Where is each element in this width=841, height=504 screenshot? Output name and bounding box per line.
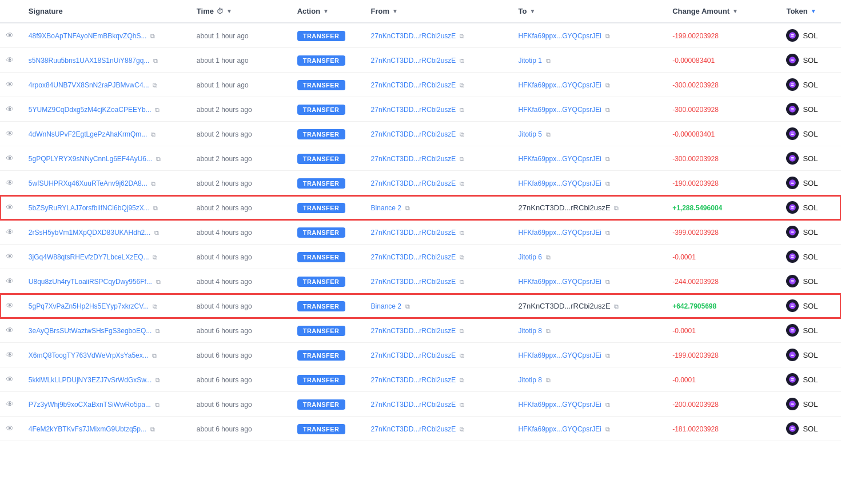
copy-icon[interactable]: ⧉ bbox=[460, 254, 464, 261]
signature-link[interactable]: X6mQ8ToogTY763VdWeVrpXsYa5ex... bbox=[29, 351, 149, 359]
copy-icon[interactable]: ⧉ bbox=[153, 254, 157, 261]
eye-icon[interactable]: 👁 bbox=[6, 350, 14, 359]
copy-icon[interactable]: ⧉ bbox=[154, 229, 159, 236]
signature-link[interactable]: 3eAyQBrsSUtWaztwSHsFgS3egboEQ... bbox=[29, 327, 152, 335]
from-address-link[interactable]: 27nKnCT3DD...rRCbi2uszE bbox=[371, 376, 456, 384]
transfer-badge[interactable]: TRANSFER bbox=[297, 399, 345, 410]
from-address-link[interactable]: 27nKnCT3DD...rRCbi2uszE bbox=[371, 278, 456, 286]
copy-icon[interactable]: ⧉ bbox=[605, 82, 610, 89]
copy-icon[interactable]: ⧉ bbox=[460, 106, 464, 113]
th-from[interactable]: From ▼ bbox=[365, 0, 513, 23]
transfer-badge[interactable]: TRANSFER bbox=[297, 227, 345, 238]
copy-icon[interactable]: ⧉ bbox=[605, 352, 610, 359]
to-address-link[interactable]: Jitotip 8 bbox=[519, 327, 542, 335]
to-address-link[interactable]: HFKfa69ppx...GYQCpsrJEi bbox=[519, 155, 601, 163]
th-time[interactable]: Time ⏱ ▼ bbox=[191, 0, 292, 23]
copy-icon[interactable]: ⧉ bbox=[405, 205, 410, 211]
copy-icon[interactable]: ⧉ bbox=[605, 229, 610, 236]
eye-icon[interactable]: 👁 bbox=[6, 105, 14, 114]
transfer-badge[interactable]: TRANSFER bbox=[297, 350, 345, 361]
eye-icon[interactable]: 👁 bbox=[6, 252, 14, 261]
to-address-link[interactable]: Jitotip 1 bbox=[519, 57, 542, 65]
signature-link[interactable]: 5gPq7XvPaZn5Hp2Hs5EYyp7xkrzCV... bbox=[29, 302, 149, 310]
copy-icon[interactable]: ⧉ bbox=[460, 131, 464, 138]
copy-icon[interactable]: ⧉ bbox=[605, 180, 610, 187]
copy-icon[interactable]: ⧉ bbox=[460, 426, 464, 433]
from-address-link[interactable]: Binance 2 bbox=[371, 204, 401, 212]
th-token[interactable]: Token ▼ bbox=[780, 0, 841, 23]
copy-icon[interactable]: ⧉ bbox=[152, 352, 157, 359]
from-address-link[interactable]: Binance 2 bbox=[371, 302, 401, 310]
transfer-badge[interactable]: TRANSFER bbox=[297, 129, 345, 139]
to-address-link[interactable]: HFKfa69ppx...GYQCpsrJEi bbox=[519, 32, 601, 40]
signature-link[interactable]: 2rSsH5ybVm1MXpQDXD83UKAHdh2... bbox=[29, 229, 150, 237]
to-address-link[interactable]: HFKfa69ppx...GYQCpsrJEi bbox=[519, 106, 601, 114]
eye-icon[interactable]: 👁 bbox=[6, 424, 14, 433]
copy-icon[interactable]: ⧉ bbox=[460, 401, 464, 408]
to-address-link[interactable]: HFKfa69ppx...GYQCpsrJEi bbox=[519, 179, 601, 187]
time-filter-icon[interactable]: ▼ bbox=[226, 8, 232, 14]
token-filter-icon[interactable]: ▼ bbox=[811, 8, 816, 14]
eye-icon[interactable]: 👁 bbox=[6, 227, 14, 237]
copy-icon[interactable]: ⧉ bbox=[151, 180, 156, 187]
transfer-badge[interactable]: TRANSFER bbox=[297, 424, 345, 434]
transfer-badge[interactable]: TRANSFER bbox=[297, 105, 345, 115]
from-address-link[interactable]: 27nKnCT3DD...rRCbi2uszE bbox=[371, 401, 456, 409]
from-address-link[interactable]: 27nKnCT3DD...rRCbi2uszE bbox=[371, 81, 456, 89]
copy-icon[interactable]: ⧉ bbox=[614, 205, 619, 211]
eye-icon[interactable]: 👁 bbox=[6, 80, 14, 89]
copy-icon[interactable]: ⧉ bbox=[153, 205, 158, 211]
clock-filter-icon[interactable]: ⏱ bbox=[217, 7, 224, 15]
signature-link[interactable]: 5bZSyRuRYLAJ7orsfbiifNCi6bQj95zX... bbox=[29, 204, 150, 212]
signature-link[interactable]: U8qu8zUh4ryTLoaiiRSPCqyDwy956Ff... bbox=[29, 278, 152, 286]
eye-icon[interactable]: 👁 bbox=[6, 326, 14, 335]
from-filter-icon[interactable]: ▼ bbox=[392, 8, 398, 14]
transfer-badge[interactable]: TRANSFER bbox=[297, 55, 345, 66]
to-address-link[interactable]: Jitotip 8 bbox=[519, 376, 542, 384]
from-address-link[interactable]: 27nKnCT3DD...rRCbi2uszE bbox=[371, 229, 456, 237]
transfer-badge[interactable]: TRANSFER bbox=[297, 203, 345, 213]
from-address-link[interactable]: 27nKnCT3DD...rRCbi2uszE bbox=[371, 327, 456, 335]
copy-icon[interactable]: ⧉ bbox=[605, 426, 610, 433]
copy-icon[interactable]: ⧉ bbox=[546, 131, 551, 138]
from-address-link[interactable]: 27nKnCT3DD...rRCbi2uszE bbox=[371, 106, 456, 114]
to-address-link[interactable]: HFKfa69ppx...GYQCpsrJEi bbox=[519, 401, 601, 409]
signature-link[interactable]: P7z3yWhj9b9xoCXaBxnTSiWwRo5pa... bbox=[29, 401, 151, 409]
transfer-badge[interactable]: TRANSFER bbox=[297, 252, 345, 262]
copy-icon[interactable]: ⧉ bbox=[546, 57, 551, 64]
th-change-amount[interactable]: Change Amount ▼ bbox=[667, 0, 780, 23]
transfer-badge[interactable]: TRANSFER bbox=[297, 80, 345, 90]
copy-icon[interactable]: ⧉ bbox=[546, 254, 551, 261]
copy-icon[interactable]: ⧉ bbox=[151, 131, 156, 138]
eye-icon[interactable]: 👁 bbox=[6, 178, 14, 187]
copy-icon[interactable]: ⧉ bbox=[153, 303, 157, 310]
copy-icon[interactable]: ⧉ bbox=[605, 33, 610, 39]
copy-icon[interactable]: ⧉ bbox=[156, 155, 161, 162]
copy-icon[interactable]: ⧉ bbox=[153, 57, 158, 64]
to-address-link[interactable]: HFKfa69ppx...GYQCpsrJEi bbox=[519, 425, 601, 433]
signature-link[interactable]: 5gPQPLYRYX9sNNyCnnLg6EF4AyU6... bbox=[29, 155, 152, 163]
from-address-link[interactable]: 27nKnCT3DD...rRCbi2uszE bbox=[371, 32, 456, 40]
copy-icon[interactable]: ⧉ bbox=[155, 401, 160, 408]
copy-icon[interactable]: ⧉ bbox=[605, 155, 610, 162]
copy-icon[interactable]: ⧉ bbox=[460, 155, 464, 162]
copy-icon[interactable]: ⧉ bbox=[150, 426, 155, 433]
copy-icon[interactable]: ⧉ bbox=[460, 352, 464, 359]
copy-icon[interactable]: ⧉ bbox=[405, 303, 410, 310]
transfer-badge[interactable]: TRANSFER bbox=[297, 154, 345, 164]
signature-link[interactable]: 5YUMZ9CqDdxg5zM4cjKZoaCPEEYb... bbox=[29, 106, 152, 114]
transfer-badge[interactable]: TRANSFER bbox=[297, 375, 345, 385]
copy-icon[interactable]: ⧉ bbox=[460, 327, 464, 334]
eye-icon[interactable]: 👁 bbox=[6, 375, 14, 384]
to-address-link[interactable]: HFKfa69ppx...GYQCpsrJEi bbox=[519, 229, 601, 237]
to-address-link[interactable]: Jitotip 5 bbox=[519, 130, 542, 138]
transfer-badge[interactable]: TRANSFER bbox=[297, 178, 345, 189]
to-address-link[interactable]: Jitotip 6 bbox=[519, 253, 542, 261]
to-address-link[interactable]: HFKfa69ppx...GYQCpsrJEi bbox=[519, 278, 601, 286]
copy-icon[interactable]: ⧉ bbox=[605, 401, 610, 408]
transfer-badge[interactable]: TRANSFER bbox=[297, 277, 345, 287]
from-address-link[interactable]: 27nKnCT3DD...rRCbi2uszE bbox=[371, 351, 456, 359]
from-address-link[interactable]: 27nKnCT3DD...rRCbi2uszE bbox=[371, 57, 456, 65]
signature-link[interactable]: s5N38Ruu5bns1UAX18S1nUiY887gq... bbox=[29, 57, 149, 65]
copy-icon[interactable]: ⧉ bbox=[460, 33, 464, 39]
